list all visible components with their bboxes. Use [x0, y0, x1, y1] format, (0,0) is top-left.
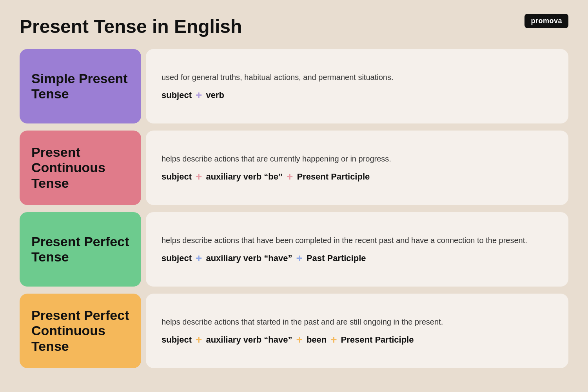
card-label-present-perfect-continuous: Present Perfect Continuous Tense	[20, 294, 141, 368]
formula-word: verb	[206, 90, 224, 100]
formula-word: been	[307, 335, 327, 345]
card-content-present-continuous: helps describe actions that are currentl…	[146, 131, 568, 205]
card-description-present-continuous: helps describe actions that are currentl…	[162, 153, 553, 164]
card-formula-simple-present: subject+verb	[162, 90, 553, 101]
formula-word: subject	[162, 172, 192, 182]
plus-icon: +	[196, 90, 202, 101]
page-title: Present Tense in English	[20, 16, 568, 37]
card-present-perfect: Present Perfect Tensehelps describe acti…	[20, 212, 568, 287]
formula-word: subject	[162, 90, 192, 100]
card-content-present-perfect-continuous: helps describe actions that started in t…	[146, 294, 568, 368]
card-present-continuous: Present Continuous Tensehelps describe a…	[20, 131, 568, 205]
card-description-present-perfect: helps describe actions that have been co…	[162, 235, 553, 246]
logo: promova	[524, 14, 568, 28]
card-formula-present-perfect: subject+auxiliary verb “have”+Past Parti…	[162, 253, 553, 264]
formula-word: Present Participle	[297, 172, 370, 182]
card-content-present-perfect: helps describe actions that have been co…	[146, 212, 568, 287]
plus-icon: +	[196, 171, 202, 182]
card-formula-present-perfect-continuous: subject+auxiliary verb “have”+been+Prese…	[162, 334, 553, 345]
formula-word: auxiliary verb “have”	[206, 253, 292, 263]
formula-word: subject	[162, 253, 192, 263]
card-content-simple-present: used for general truths, habitual action…	[146, 49, 568, 123]
plus-icon: +	[196, 334, 202, 345]
formula-word: subject	[162, 335, 192, 345]
plus-icon: +	[330, 334, 337, 345]
formula-word: Past Participle	[307, 253, 366, 263]
card-formula-present-continuous: subject+auxiliary verb “be”+Present Part…	[162, 171, 553, 182]
plus-icon: +	[196, 253, 202, 264]
card-label-present-continuous: Present Continuous Tense	[20, 131, 141, 205]
card-simple-present: Simple Present Tenseused for general tru…	[20, 49, 568, 123]
card-label-simple-present: Simple Present Tense	[20, 49, 141, 123]
plus-icon: +	[296, 253, 303, 264]
card-label-present-perfect: Present Perfect Tense	[20, 212, 141, 287]
card-description-present-perfect-continuous: helps describe actions that started in t…	[162, 316, 553, 327]
card-present-perfect-continuous: Present Perfect Continuous Tensehelps de…	[20, 294, 568, 368]
formula-word: auxiliary verb “be”	[206, 172, 283, 182]
plus-icon: +	[296, 334, 303, 345]
formula-word: Present Participle	[341, 335, 414, 345]
formula-word: auxiliary verb “have”	[206, 335, 292, 345]
plus-icon: +	[287, 171, 293, 182]
cards-container: Simple Present Tenseused for general tru…	[20, 49, 568, 368]
card-description-simple-present: used for general truths, habitual action…	[162, 72, 553, 83]
